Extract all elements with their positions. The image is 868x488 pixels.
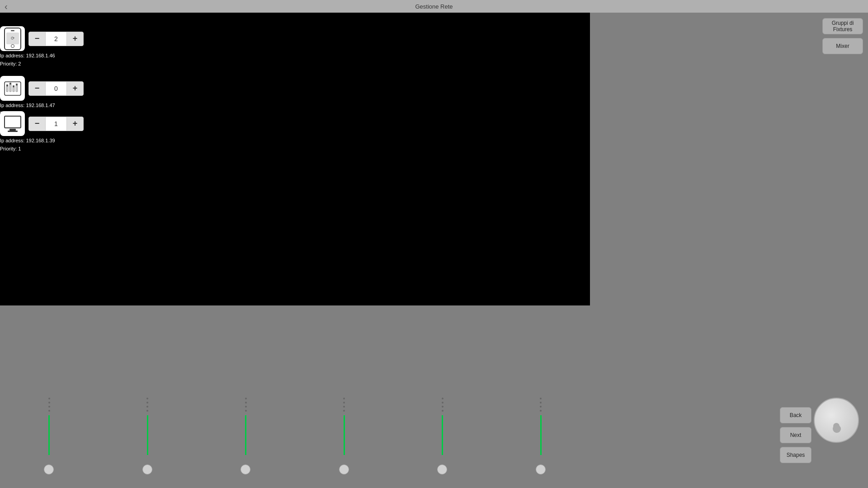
svg-rect-8 <box>16 84 18 85</box>
stepper-plus-device2[interactable]: + <box>67 81 83 96</box>
stepper-minus-device1[interactable]: − <box>29 32 45 46</box>
fader-channel-6 <box>492 398 590 479</box>
device-ip-1: Ip address: 192.168.1.46 <box>0 52 55 60</box>
svg-rect-5 <box>6 84 8 86</box>
fader-track-1[interactable] <box>48 415 50 469</box>
fader-dot <box>48 406 50 408</box>
fader-dot <box>48 410 50 412</box>
fader-indicators-1 <box>48 398 50 412</box>
main-canvas: ⟳ − 2 + Ip address: 192.168.1.46 Priorit… <box>0 13 590 305</box>
fader-knob-1[interactable] <box>44 465 54 474</box>
device-info-1: Ip address: 192.168.1.46 Priority: 2 <box>0 52 55 68</box>
fader-dot <box>343 402 345 404</box>
svg-rect-7 <box>13 85 14 87</box>
stepper-minus-device2[interactable]: − <box>29 81 45 96</box>
round-knob[interactable] <box>814 398 859 443</box>
fader-track-2[interactable] <box>147 415 148 469</box>
shapes-button[interactable]: Shapes <box>780 447 811 463</box>
fader-dot <box>442 398 443 399</box>
fader-dot <box>540 410 542 412</box>
fader-dot <box>48 398 50 399</box>
device-item-3: − 1 + Ip address: 192.168.1.39 Priority:… <box>0 111 84 153</box>
fader-dot <box>146 406 148 408</box>
stepper-device2: − 0 + <box>28 81 84 96</box>
fader-channel-1 <box>0 398 99 479</box>
device-icon-mac <box>0 111 25 136</box>
back-button[interactable]: Back <box>780 407 811 423</box>
fader-track-6[interactable] <box>540 415 542 469</box>
fader-dot <box>146 410 148 412</box>
fader-knob-3[interactable] <box>241 465 250 474</box>
stepper-minus-device3[interactable]: − <box>29 117 45 131</box>
fader-knob-5[interactable] <box>437 465 447 474</box>
fader-dot <box>146 398 148 399</box>
fader-knob-2[interactable] <box>142 465 152 474</box>
stepper-val-device3: 1 <box>45 117 67 131</box>
svg-rect-6 <box>9 83 11 84</box>
fader-dot <box>540 398 542 399</box>
fader-dot <box>245 402 247 404</box>
next-button[interactable]: Next <box>780 427 811 443</box>
fader-dot <box>442 402 443 404</box>
fader-dot <box>245 406 247 408</box>
fader-indicators-6 <box>540 398 542 412</box>
svg-point-9 <box>833 423 840 429</box>
fader-track-5[interactable] <box>442 415 443 469</box>
fader-channel-3 <box>197 398 295 479</box>
nav-buttons: Back Next Shapes <box>780 407 811 463</box>
device-ip-3: Ip address: 192.168.1.39 <box>0 137 55 145</box>
fader-dot <box>343 398 345 399</box>
fader-channel-5 <box>393 398 492 479</box>
fader-channel-4 <box>295 398 394 479</box>
device-info-3: Ip address: 192.168.1.39 Priority: 1 <box>0 137 55 153</box>
back-nav-btn[interactable]: ‹ <box>5 1 8 12</box>
gruppi-fixtures-button[interactable]: Gruppi di Fixtures <box>822 18 863 34</box>
fader-track-3[interactable] <box>245 415 246 469</box>
svg-rect-2 <box>9 84 11 92</box>
device-item-1: ⟳ − 2 + Ip address: 192.168.1.46 Priorit… <box>0 26 84 68</box>
fader-channel-2 <box>99 398 197 479</box>
fader-indicators-5 <box>442 398 443 412</box>
fader-dot <box>245 398 247 399</box>
fader-dot <box>343 406 345 408</box>
device-priority-3: Priority: 1 <box>0 145 55 153</box>
device-icon-iphone: ⟳ <box>0 26 25 51</box>
fader-dot <box>48 402 50 404</box>
title-bar: ‹ Gestione Rete <box>0 0 868 13</box>
stepper-plus-device3[interactable]: + <box>67 117 83 131</box>
stepper-val-device2: 0 <box>45 82 67 95</box>
fader-indicators-2 <box>146 398 148 412</box>
stepper-plus-device1[interactable]: + <box>67 32 83 46</box>
stepper-device1: − 2 + <box>28 32 84 46</box>
bottom-fader-area <box>0 305 590 488</box>
fader-track-4[interactable] <box>344 415 345 469</box>
fader-knob-6[interactable] <box>536 465 546 474</box>
fader-knob-4[interactable] <box>339 465 349 474</box>
device-priority-1: Priority: 2 <box>0 60 55 68</box>
mixer-button[interactable]: Mixer <box>822 38 863 54</box>
fader-dot <box>442 406 443 408</box>
fader-dot <box>146 402 148 404</box>
stepper-val-device1: 2 <box>45 32 67 46</box>
fader-indicators-4 <box>343 398 345 412</box>
fader-dot <box>540 406 542 408</box>
device-ip-2: Ip address: 192.168.1.47 <box>0 102 55 110</box>
app-title: Gestione Rete <box>415 3 453 10</box>
stepper-device3: − 1 + <box>28 117 84 131</box>
svg-rect-4 <box>16 85 18 92</box>
fader-dot <box>245 410 247 412</box>
svg-rect-1 <box>6 86 8 92</box>
fader-dot <box>540 402 542 404</box>
device-icon-mixer <box>0 76 25 101</box>
fader-dot <box>442 410 443 412</box>
fader-dot <box>343 410 345 412</box>
fader-indicators-3 <box>245 398 247 412</box>
svg-rect-3 <box>13 87 14 92</box>
